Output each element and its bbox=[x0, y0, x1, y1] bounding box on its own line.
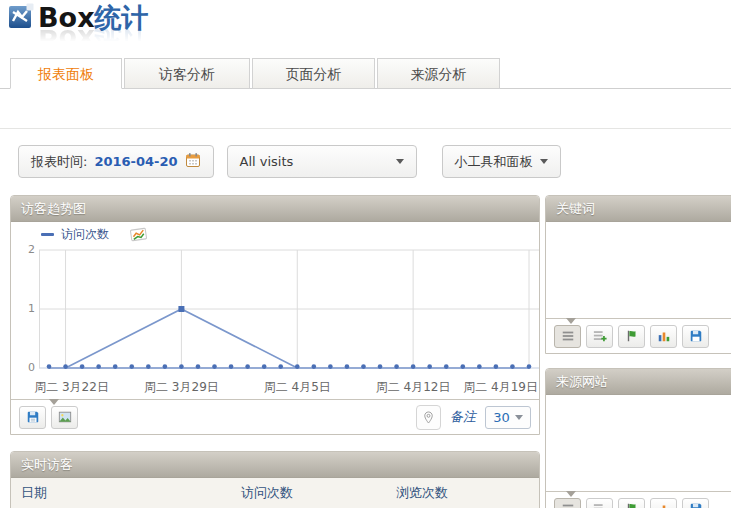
export-data-button[interactable] bbox=[682, 325, 709, 348]
chevron-down-icon bbox=[515, 415, 523, 420]
goals-flag-button[interactable] bbox=[618, 325, 645, 348]
visitor-trend-widget-header[interactable]: 访客趋势图 bbox=[11, 196, 539, 222]
realtime-widget-header[interactable]: 实时访客 bbox=[11, 452, 539, 478]
table-more-columns-button[interactable] bbox=[586, 325, 613, 348]
annotations-link[interactable]: 备注 bbox=[450, 408, 476, 426]
legend-line-swatch bbox=[41, 233, 54, 236]
referrers-widget-body bbox=[546, 395, 731, 491]
table-more-columns-button[interactable] bbox=[586, 498, 613, 508]
realtime-visitors-widget: 实时访客 日期 访问次数 浏览次数 bbox=[10, 451, 540, 508]
widgets-and-dashboard-button[interactable]: 小工具和面板 bbox=[442, 145, 561, 178]
realtime-table-header: 日期 访问次数 浏览次数 bbox=[11, 478, 539, 508]
chart-legend: 访问次数 bbox=[11, 222, 539, 242]
report-toolbar: 报表时间: 2016-04-20 All visits 小工具 bbox=[18, 145, 561, 178]
x-axis-label: 周二 3月29日 bbox=[144, 379, 219, 396]
header-divider bbox=[0, 128, 731, 129]
keywords-widget-body bbox=[546, 222, 731, 318]
x-axis-label: 周二 4月5日 bbox=[264, 379, 331, 396]
main-tabbar: 报表面板 访客分析 页面分析 来源分析 bbox=[0, 59, 731, 89]
tab-page-analysis[interactable]: 页面分析 bbox=[252, 58, 375, 89]
x-axis-ticks: 周二 3月22日周二 3月29日周二 4月5日周二 4月12日周二 4月19日 bbox=[39, 376, 539, 399]
x-axis-label: 周二 3月22日 bbox=[34, 379, 109, 396]
keywords-widget-footer bbox=[546, 318, 731, 353]
legend-series-label: 访问次数 bbox=[61, 226, 109, 243]
footer-collapse-icon[interactable] bbox=[49, 399, 59, 405]
keywords-widget: 关键词 bbox=[545, 195, 731, 354]
chevron-down-icon bbox=[540, 159, 548, 164]
tab-referrer-analysis[interactable]: 来源分析 bbox=[377, 58, 500, 89]
segment-value: All visits bbox=[240, 154, 294, 169]
export-data-button[interactable] bbox=[682, 498, 709, 508]
referrers-widget-header[interactable]: 来源网站 bbox=[546, 369, 731, 395]
footer-collapse-icon[interactable] bbox=[566, 491, 576, 497]
table-view-button[interactable] bbox=[554, 325, 581, 348]
column-header-date[interactable]: 日期 bbox=[11, 484, 231, 502]
date-range-selector[interactable]: 报表时间: 2016-04-20 bbox=[18, 145, 214, 178]
keywords-widget-header[interactable]: 关键词 bbox=[546, 196, 731, 222]
widgets-button-label: 小工具和面板 bbox=[455, 153, 533, 171]
visitor-trend-widget: 访客趋势图 访问次数 012 周二 3月2 bbox=[10, 195, 540, 435]
calendar-icon bbox=[185, 152, 201, 171]
column-header-visits[interactable]: 访问次数 bbox=[231, 484, 386, 502]
tab-report-dashboard[interactable]: 报表面板 bbox=[10, 58, 122, 89]
app-logo[interactable]: Box统计 Box统计 bbox=[8, 3, 149, 53]
export-data-button[interactable] bbox=[19, 406, 46, 429]
metric-picker-icon[interactable] bbox=[130, 226, 147, 243]
chevron-down-icon bbox=[396, 159, 404, 164]
trend-chart-svg bbox=[39, 244, 539, 376]
row-limit-select[interactable]: 30 bbox=[485, 406, 531, 429]
x-axis-label: 周二 4月12日 bbox=[376, 379, 451, 396]
x-axis-label: 周二 4月19日 bbox=[463, 379, 538, 396]
bar-chart-view-button[interactable] bbox=[650, 325, 677, 348]
y-axis-label: 1 bbox=[19, 302, 35, 315]
dashboard-page: Box统计 Box统计 报表面板 访客分析 页面分析 来源分析 报表时间: 20… bbox=[0, 0, 731, 508]
trend-line-chart: 012 bbox=[39, 244, 537, 376]
dashboard-left-column: 访客趋势图 访问次数 012 周二 3月2 bbox=[10, 195, 540, 508]
column-header-pageviews[interactable]: 浏览次数 bbox=[386, 484, 539, 502]
table-view-button[interactable] bbox=[554, 498, 581, 508]
export-image-button[interactable] bbox=[51, 406, 78, 429]
trend-widget-footer: 备注 30 bbox=[11, 399, 539, 434]
date-label: 报表时间: bbox=[31, 153, 87, 171]
tab-visitor-analysis[interactable]: 访客分析 bbox=[124, 58, 250, 89]
goals-flag-button[interactable] bbox=[618, 498, 645, 508]
date-value: 2016-04-20 bbox=[94, 154, 177, 169]
dashboard-right-column: 关键词 bbox=[545, 195, 731, 508]
logo-reflection: Box统计 bbox=[8, 25, 149, 53]
annotations-pin-button[interactable] bbox=[416, 405, 441, 430]
bar-chart-view-button[interactable] bbox=[650, 498, 677, 508]
footer-collapse-icon[interactable] bbox=[566, 318, 576, 324]
row-limit-value: 30 bbox=[493, 410, 510, 425]
y-axis-label: 2 bbox=[19, 243, 35, 256]
referrer-websites-widget: 来源网站 bbox=[545, 368, 731, 508]
y-axis-label: 0 bbox=[19, 361, 35, 374]
referrers-widget-footer bbox=[546, 491, 731, 508]
segment-selector[interactable]: All visits bbox=[227, 145, 417, 178]
